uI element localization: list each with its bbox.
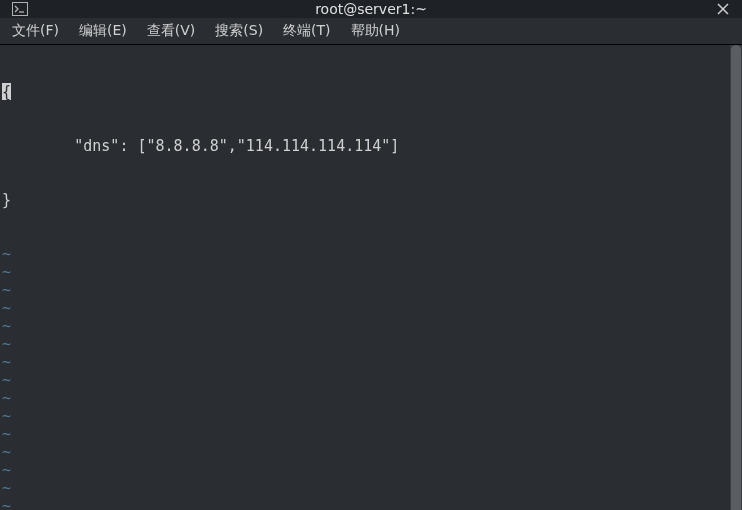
window-title: root@server1:~	[315, 1, 427, 17]
tilde-line: ~	[2, 335, 730, 353]
editor-line-1: {	[2, 83, 730, 101]
terminal-area: { "dns": ["8.8.8.8","114.114.114.114"] }…	[0, 45, 742, 510]
menu-edit[interactable]: 编辑(E)	[75, 18, 131, 44]
tilde-line: ~	[2, 479, 730, 497]
editor-line-3: }	[2, 191, 730, 209]
tilde-line: ~	[2, 443, 730, 461]
titlebar[interactable]: root@server1:~	[0, 0, 742, 18]
tilde-line: ~	[2, 281, 730, 299]
tilde-line: ~	[2, 407, 730, 425]
scrollbar-thumb[interactable]	[731, 45, 741, 510]
tilde-line: ~	[2, 461, 730, 479]
menu-file[interactable]: 文件(F)	[8, 18, 63, 44]
scrollbar[interactable]	[730, 45, 742, 510]
tilde-line: ~	[2, 389, 730, 407]
menu-help[interactable]: 帮助(H)	[347, 18, 404, 44]
editor-line-2: "dns": ["8.8.8.8","114.114.114.114"]	[2, 137, 730, 155]
menu-search[interactable]: 搜索(S)	[211, 18, 267, 44]
menu-view[interactable]: 查看(V)	[143, 18, 200, 44]
terminal-icon	[12, 2, 28, 16]
terminal-content[interactable]: { "dns": ["8.8.8.8","114.114.114.114"] }…	[0, 45, 730, 510]
tilde-line: ~	[2, 497, 730, 510]
menubar: 文件(F) 编辑(E) 查看(V) 搜索(S) 终端(T) 帮助(H)	[0, 18, 742, 45]
svg-rect-0	[13, 3, 28, 16]
tilde-line: ~	[2, 317, 730, 335]
tilde-line: ~	[2, 425, 730, 443]
terminal-window: root@server1:~ 文件(F) 编辑(E) 查看(V) 搜索(S) 终…	[0, 0, 742, 510]
close-button[interactable]	[714, 0, 732, 18]
menu-terminal[interactable]: 终端(T)	[279, 18, 334, 44]
tilde-line: ~	[2, 263, 730, 281]
tilde-line: ~	[2, 353, 730, 371]
tilde-line: ~	[2, 299, 730, 317]
tilde-line: ~	[2, 245, 730, 263]
tilde-line: ~	[2, 371, 730, 389]
cursor: {	[2, 83, 11, 100]
